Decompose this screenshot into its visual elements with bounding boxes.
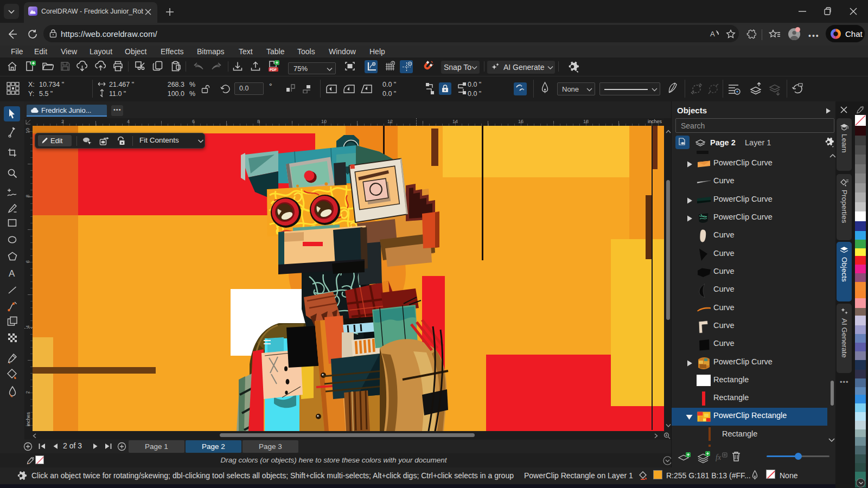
svg-text:A: A <box>9 268 15 279</box>
svg-text:PDF: PDF <box>270 68 277 72</box>
svg-text:fx: fx <box>716 453 722 461</box>
svg-text:A: A <box>710 30 715 38</box>
